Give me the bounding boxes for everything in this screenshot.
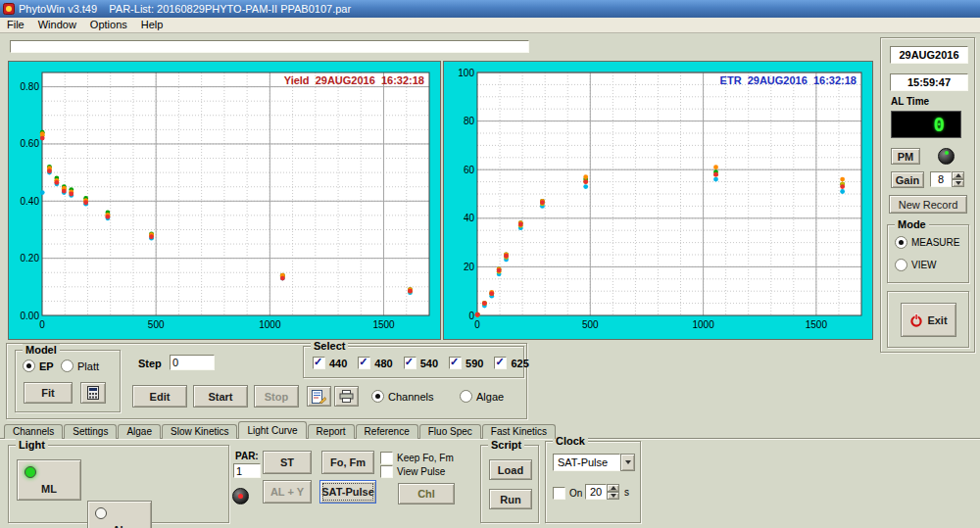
radio-algae[interactable]: Algae <box>460 390 504 403</box>
al-button[interactable]: AL <box>87 501 152 528</box>
checkbox-590[interactable]: 590 <box>449 357 483 369</box>
run-button[interactable]: Run <box>489 489 532 509</box>
al-time-display: 0 <box>891 111 961 138</box>
menu-file[interactable]: File <box>0 18 31 32</box>
interval-up-button[interactable] <box>607 484 619 492</box>
exit-button[interactable]: Exit <box>901 303 956 337</box>
par-input[interactable] <box>233 463 261 478</box>
tab-algae[interactable]: Algae <box>118 424 161 439</box>
view-pulse-checkbox[interactable]: View Pulse <box>380 465 445 478</box>
stop-button[interactable]: Stop <box>254 385 299 408</box>
svg-text:80: 80 <box>464 116 475 126</box>
pm-knob[interactable] <box>938 148 955 165</box>
svg-text:60: 60 <box>464 165 475 175</box>
pm-button[interactable]: PM <box>891 148 920 165</box>
svg-text:ETR 29AUG2016 16:32:18: ETR 29AUG2016 16:32:18 <box>720 74 857 86</box>
model-group-label: Model <box>23 344 60 356</box>
radio-channels-dot <box>371 390 384 403</box>
menu-help[interactable]: Help <box>134 18 171 32</box>
step-input[interactable] <box>170 355 215 370</box>
window-title: PhytoWin v3.t49 PAR-List: 20160829PHYTO-… <box>19 3 351 15</box>
ml-button[interactable]: ML <box>17 459 81 501</box>
interval-spinner[interactable]: 20 <box>585 484 619 500</box>
al-plus-y-button[interactable]: AL + Y <box>263 480 312 504</box>
par-label: PAR: <box>235 451 259 461</box>
edit-button[interactable]: Edit <box>132 385 187 408</box>
ml-led-icon <box>24 466 36 478</box>
radio-channels-label: Channels <box>388 391 433 403</box>
yield-chart-panel: 0500100015000.000.200.400.600.80Yield 29… <box>8 61 441 340</box>
checkbox-480[interactable]: 480 <box>358 357 392 369</box>
checkbox-480-label: 480 <box>374 358 392 369</box>
sat-pulse-button[interactable]: SAT-Pulse <box>319 480 376 504</box>
chl-button[interactable]: Chl <box>398 483 455 504</box>
clock-on-checkbox[interactable]: On <box>553 487 582 500</box>
st-button[interactable]: ST <box>263 451 312 474</box>
radio-measure[interactable]: MEASURE <box>895 236 959 249</box>
clock-mode-value: SAT-Pulse <box>553 454 620 471</box>
start-button[interactable]: Start <box>193 385 248 408</box>
svg-text:0.20: 0.20 <box>21 253 40 264</box>
new-record-button[interactable]: New Record <box>889 195 967 214</box>
svg-text:0.60: 0.60 <box>21 138 40 149</box>
gain-spinner[interactable]: 8 <box>930 171 964 187</box>
par-knob[interactable] <box>232 488 249 504</box>
calculator-button[interactable] <box>80 382 106 404</box>
radio-ep-dot <box>23 360 35 372</box>
menu-options[interactable]: Options <box>83 18 134 32</box>
clock-mode-dropdown[interactable]: SAT-Pulse <box>553 454 635 471</box>
ml-label: ML <box>18 483 80 495</box>
time-display: 15:59:47 <box>890 73 968 91</box>
svg-text:0: 0 <box>39 319 45 330</box>
checkbox-440-box <box>313 357 325 369</box>
checkbox-625[interactable]: 625 <box>494 357 528 369</box>
control-panel: Model EP Platt Fit Step Edit Start Stop … <box>6 343 527 419</box>
radio-view-label: VIEW <box>911 260 937 270</box>
exit-panel: Exit <box>887 291 969 348</box>
checkbox-440[interactable]: 440 <box>313 357 347 369</box>
keep-fofm-checkbox[interactable]: Keep Fo, Fm <box>380 452 454 464</box>
checkbox-540[interactable]: 540 <box>404 357 438 369</box>
radio-ep[interactable]: EP <box>23 360 54 372</box>
tab-fast-kinetics[interactable]: Fast Kinetics <box>482 424 556 439</box>
radio-view[interactable]: VIEW <box>895 259 937 271</box>
fit-button[interactable]: Fit <box>24 382 73 404</box>
interval-value: 20 <box>585 484 607 500</box>
radio-platt[interactable]: Platt <box>61 360 99 372</box>
tab-light-curve[interactable]: Light Curve <box>238 421 306 439</box>
checkbox-590-label: 590 <box>466 358 483 369</box>
al-time-label: AL Time <box>891 96 929 107</box>
message-bar[interactable] <box>10 40 529 53</box>
checkbox-625-box <box>494 357 507 369</box>
print-button[interactable] <box>334 386 359 407</box>
bottom-panel: Light ML AL FR PAR: ST AL + Y Fo, Fm SAT… <box>0 438 980 528</box>
tab-channels[interactable]: Channels <box>4 424 63 439</box>
mode-group-label: Mode <box>895 218 929 230</box>
radio-platt-dot <box>61 360 74 372</box>
interval-down-button[interactable] <box>607 492 619 500</box>
report-button[interactable] <box>307 386 331 407</box>
date-display: 29AUG2016 <box>890 46 968 64</box>
light-group-label: Light <box>16 439 48 451</box>
gain-up-button[interactable] <box>952 171 964 179</box>
view-pulse-box <box>380 465 393 478</box>
tab-settings[interactable]: Settings <box>64 424 117 439</box>
tab-report[interactable]: Report <box>308 424 355 439</box>
tab-fluo-spec[interactable]: Fluo Spec <box>419 424 481 439</box>
menu-window[interactable]: Window <box>31 18 83 32</box>
script-group-label: Script <box>488 439 524 451</box>
load-button[interactable]: Load <box>489 459 532 480</box>
tab-slow-kinetics[interactable]: Slow Kinetics <box>162 424 237 439</box>
dropdown-arrow-icon[interactable] <box>620 454 635 471</box>
fo-fm-button[interactable]: Fo, Fm <box>321 451 374 474</box>
model-group: Model EP Platt Fit <box>15 350 121 412</box>
radio-channels[interactable]: Channels <box>371 390 433 403</box>
tab-reference[interactable]: Reference <box>356 424 418 439</box>
title-bar[interactable]: PhytoWin v3.t49 PAR-List: 20160829PHYTO-… <box>0 0 980 18</box>
al-led-icon <box>95 507 107 519</box>
gain-down-button[interactable] <box>952 179 964 187</box>
etr-chart: 050010001500020406080100ETR 29AUG2016 16… <box>444 62 870 337</box>
radio-measure-dot <box>895 236 907 249</box>
view-pulse-label: View Pulse <box>397 466 445 477</box>
gain-button[interactable]: Gain <box>891 171 924 188</box>
